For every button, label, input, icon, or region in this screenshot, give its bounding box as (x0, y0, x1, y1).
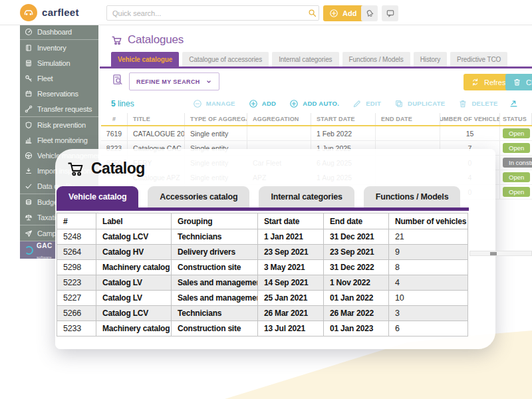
col-type-of-aggregation: TYPE OF AGGREGATION (185, 113, 247, 125)
caret-down-icon (205, 78, 212, 85)
scrollbar-thumb[interactable] (490, 252, 497, 255)
plus-circle-icon (329, 9, 338, 18)
refresh-icon (471, 78, 479, 86)
col-title: TITLE (128, 113, 185, 125)
shield-icon (25, 121, 33, 129)
catalogue-tabs: Vehicle catalogue Catalogue of accessori… (111, 52, 507, 66)
search-submit-button[interactable] (305, 6, 319, 20)
add-button[interactable]: Add (323, 5, 364, 21)
table-toolbar: 5 lines MANAGE ADD ADD AUTO. EDIT DUPLIC… (111, 98, 530, 109)
tab-history[interactable]: History (414, 52, 447, 66)
catalog-row[interactable]: 5227 Catalog LV Sales and management 25 … (57, 291, 468, 306)
col-start-date: Start date (258, 213, 324, 229)
tab-vehicle-catalogue[interactable]: Vehicle catalogue (111, 52, 179, 66)
catalog-row[interactable]: 5298 Machinery catalog Construction site… (57, 260, 468, 275)
minus-circle-icon (193, 99, 202, 108)
catalog-row[interactable]: 5223 Catalog LV Sales and management 14 … (57, 275, 468, 291)
col-status: STATUS (500, 113, 532, 125)
clear-button[interactable]: Clear (505, 74, 532, 90)
plus-circle-icon (289, 99, 299, 108)
coins-icon (25, 198, 33, 206)
sidebar-item-fleet[interactable]: Fleet (20, 70, 98, 86)
top-bar: carfleet Add (0, 0, 532, 25)
tab-internal-categories[interactable]: Internal categories (259, 186, 354, 207)
car-icon (23, 7, 35, 19)
catalog-row[interactable]: 5264 Catalog HV Delivery drivers 23 Sep … (57, 245, 468, 260)
edit-button[interactable]: EDIT (352, 99, 381, 108)
tab-catalogue-of-accessories[interactable]: Catalogue of accessories (182, 52, 269, 66)
catalog-row[interactable]: 5233 Machinery catalog Construction site… (57, 321, 468, 336)
trash-icon (513, 78, 521, 86)
scales-icon (25, 213, 33, 221)
paper-plane-icon (25, 229, 33, 237)
catalog-modal: Catalog Vehicle catalog Accessories cata… (55, 149, 495, 349)
col-end-date: End date (324, 213, 389, 229)
gauge-icon (25, 28, 33, 36)
status-badge: Open (503, 143, 530, 153)
catalog-table: # Label Grouping Start date End date Num… (57, 213, 468, 336)
duplicate-button[interactable]: DUPLICATE (394, 99, 445, 108)
add-auto-button[interactable]: ADD AUTO. (289, 99, 339, 108)
status-badge: Open (503, 187, 530, 197)
catalog-header-row: # Label Grouping Start date End date Num… (57, 213, 468, 229)
col-id: # (101, 113, 128, 125)
refine-search-button[interactable]: REFINE MY SEARCH (129, 72, 219, 90)
catalog-tabs: Vehicle catalog Accessories catalog Inte… (57, 186, 460, 207)
table-header-row: # TITLE TYPE OF AGGREGATION AGGREGATION … (101, 113, 532, 126)
col-number-of-vehicles: NUMBER OF VEHICLES (440, 113, 500, 125)
sidebar-item-fleet-monitoring[interactable]: Fleet monitoring (20, 132, 98, 148)
catalog-row[interactable]: 5248 Catalog LCV Technicians 1 Jan 2021 … (57, 229, 468, 245)
key-icon (25, 74, 33, 82)
tab-vehicle-catalog[interactable]: Vehicle catalog (57, 186, 138, 207)
search-icon (307, 8, 317, 18)
bell-icon (363, 7, 376, 20)
col-aggregation: AGGREGATION (247, 113, 311, 125)
sidebar-item-dashboard[interactable]: Dashboard (20, 24, 98, 39)
tab-predictive-tco[interactable]: Predictive TCO (450, 52, 507, 66)
tab-functions-models[interactable]: Functions / Models (364, 186, 461, 207)
link-icon (25, 105, 33, 113)
col-end-date: END DATE (376, 113, 440, 125)
col-start-date: START DATE (311, 113, 376, 125)
sidebar-item-simulation[interactable]: Simulation (20, 55, 98, 70)
cart-icon (111, 35, 122, 46)
notifications-button[interactable] (361, 5, 378, 21)
status-badge: Open (503, 128, 530, 138)
search-input[interactable] (106, 5, 319, 21)
col-label: Label (96, 213, 172, 229)
download-icon (25, 167, 33, 175)
cart-icon (66, 160, 84, 178)
status-badge: In construction (503, 158, 532, 168)
calculator-icon (25, 59, 33, 67)
calendar-icon (25, 90, 33, 98)
copy-icon (394, 99, 404, 108)
sidebar-item-reservations[interactable]: Reservations (20, 86, 98, 101)
chat-icon (386, 9, 395, 18)
tab-internal-categories[interactable]: Internal categories (272, 52, 338, 66)
line-count: 5 lines (111, 99, 134, 108)
carfleet-logo (20, 4, 37, 21)
sidebar-item-risk-prevention[interactable]: Risk prevention (20, 117, 98, 132)
document-search-icon (111, 73, 124, 86)
manage-button[interactable]: MANAGE (193, 99, 235, 108)
messages-button[interactable] (382, 5, 398, 21)
page-title: Catalogues (111, 33, 184, 47)
pencil-icon (352, 99, 362, 108)
sidebar-item-inventory[interactable]: Inventory (20, 40, 98, 55)
export-button[interactable] (509, 98, 519, 109)
horizontal-scrollbar[interactable] (469, 251, 532, 256)
table-row[interactable]: 7619 CATALOGUE 20 Single entity 1 Feb 20… (101, 126, 532, 141)
col-number-of-vehicles: Number of vehicles (389, 213, 468, 229)
tab-functions-models[interactable]: Functions / Models (342, 52, 410, 66)
add-row-button[interactable]: ADD (249, 99, 276, 108)
delete-button[interactable]: DELETE (458, 99, 497, 108)
book-icon (25, 44, 33, 52)
trash-icon (458, 99, 467, 108)
app-window: carfleet Add Dashboard Inventory Simulat… (0, 0, 532, 399)
sidebar-item-transfer-requests[interactable]: Transfer requests (20, 101, 98, 116)
col-grouping: Grouping (172, 213, 258, 229)
tab-accessories-catalog[interactable]: Accessories catalog (148, 186, 249, 207)
catalog-row[interactable]: 5266 Catalog LCV Technicians 26 Mar 2021… (57, 306, 468, 321)
plus-circle-icon (249, 99, 258, 108)
tab-underline (100, 66, 532, 68)
